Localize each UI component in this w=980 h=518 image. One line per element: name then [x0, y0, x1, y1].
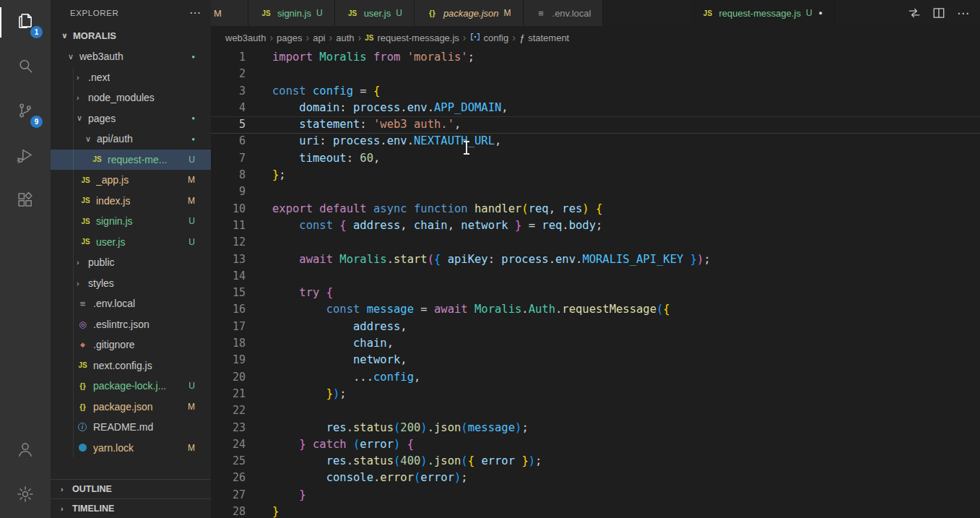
breadcrumb-web3auth[interactable]: web3auth	[225, 33, 266, 43]
explorer-badge: 1	[30, 26, 43, 38]
tree-folder-public[interactable]: ›public	[51, 252, 211, 273]
code-line-10[interactable]: export default async function handler(re…	[272, 201, 711, 217]
breadcrumb-api[interactable]: api	[313, 33, 325, 43]
file-label: user.js	[96, 236, 125, 248]
env-file-icon: ≡	[77, 298, 89, 308]
code-line-21[interactable]: });	[272, 386, 711, 402]
file-label: yarn.lock	[93, 442, 134, 454]
open-changes-icon[interactable]	[908, 7, 921, 20]
tree-folder-styles[interactable]: ›styles	[51, 273, 211, 294]
tab-M[interactable]: M	[211, 0, 248, 26]
breadcrumb-pages[interactable]: pages	[277, 33, 302, 43]
code-line-13[interactable]: await Moralis.start({ apiKey: process.en…	[272, 251, 711, 268]
tree-folder-web3auth[interactable]: ∨web3auth●	[51, 46, 211, 67]
activity-search-button[interactable]	[0, 45, 51, 90]
code-line-2[interactable]	[272, 66, 711, 82]
json-file-icon: {}	[426, 8, 438, 18]
activity-source-control-button[interactable]: 9	[0, 90, 51, 134]
code-line-6[interactable]: uri: process.env.NEXTAUTH_URL,	[272, 133, 711, 150]
code-line-12[interactable]	[272, 234, 711, 251]
tree-file-index.js[interactable]: JSindex.jsM	[51, 191, 211, 212]
tree-root-moralis[interactable]: ∨ MORALIS	[51, 25, 211, 46]
code-line-15[interactable]: try {	[272, 285, 711, 301]
tree-file-.eslintrc.json[interactable]: ◎.eslintrc.json	[51, 314, 211, 335]
code-line-22[interactable]	[272, 402, 711, 419]
tree-folder-.next[interactable]: ›.next	[51, 67, 211, 88]
code-line-5[interactable]: statement: 'web3 auth.',	[272, 116, 711, 133]
code-editor[interactable]: 1234567891011121314151617181920212223242…	[211, 49, 980, 518]
breadcrumb-auth[interactable]: auth	[336, 33, 354, 43]
code-line-18[interactable]: chain,	[272, 335, 711, 352]
breadcrumb-symbol-config[interactable]: config	[470, 32, 509, 44]
line-number: 22	[211, 402, 246, 419]
code-line-16[interactable]: const message = await Moralis.Auth.reque…	[272, 301, 711, 318]
accounts-button[interactable]	[0, 428, 51, 473]
code-line-11[interactable]: const { address, chain, network } = req.…	[272, 217, 711, 234]
tree-file-README.md[interactable]: iREADME.md	[51, 417, 211, 438]
outline-section[interactable]: › OUTLINE	[51, 479, 211, 498]
tab-.env.local[interactable]: ≡.env.local	[524, 0, 604, 26]
more-actions-icon[interactable]: ⋯	[957, 7, 969, 20]
timeline-section[interactable]: › TIMELINE	[51, 498, 211, 518]
tab-label: user.js	[364, 8, 391, 19]
code-line-23[interactable]: res.status(200).json(message);	[272, 420, 711, 436]
file-label: package.json	[93, 401, 153, 413]
tree-file-.env.local[interactable]: ≡.env.local	[51, 293, 211, 314]
breadcrumb-file-label: request-message.js	[377, 33, 459, 43]
code-line-7[interactable]: timeout: 60,	[272, 150, 711, 167]
code-line-26[interactable]: console.error(error);	[272, 470, 711, 486]
tree-file-_app.js[interactable]: JS_app.jsM	[51, 170, 211, 191]
git-status-badge: U	[188, 381, 195, 391]
tab-request-message.js[interactable]: JSrequest-message.jsU●	[690, 0, 835, 26]
breadcrumb-symbol-statement[interactable]: ƒstatement	[519, 33, 569, 43]
activity-extensions-button[interactable]	[0, 179, 51, 224]
chevron-right-icon: ›	[77, 93, 88, 102]
code-line-28[interactable]: }	[272, 504, 711, 518]
file-label: README.md	[93, 421, 153, 433]
tree-file-yarn.lock[interactable]: yarn.lockM	[51, 438, 211, 459]
git-status-badge: M	[188, 443, 195, 453]
tree-file-user.js[interactable]: JSuser.jsU	[51, 232, 211, 253]
code-line-19[interactable]: network,	[272, 352, 711, 368]
code-line-17[interactable]: address,	[272, 319, 711, 335]
git-modified-dot-icon: ●	[191, 136, 195, 142]
git-status-badge: U	[806, 8, 812, 18]
settings-button[interactable]	[0, 473, 51, 518]
tab-signin.js[interactable]: JSsignin.jsU	[248, 0, 335, 26]
symbol-property-icon: ƒ	[519, 33, 524, 43]
code-line-4[interactable]: domain: process.env.APP_DOMAIN,	[272, 100, 711, 116]
activity-run-debug-button[interactable]	[0, 134, 51, 179]
activity-bar: 1 9	[0, 0, 51, 518]
tree-folder-pages[interactable]: ∨pages●	[51, 108, 211, 129]
tree-file-request-me...[interactable]: JSrequest-me...U	[51, 150, 211, 170]
tree-file-.gitignore[interactable]: ◆.gitignore	[51, 334, 211, 355]
tab-user.js[interactable]: JSuser.jsU	[335, 0, 415, 26]
tab-label: signin.js	[277, 8, 311, 19]
activity-explorer-button[interactable]: 1	[0, 0, 51, 45]
tree-folder-api/auth[interactable]: ∨api/auth●	[51, 129, 211, 150]
activity-bar-spacer	[0, 224, 51, 428]
tree-file-signin.js[interactable]: JSsignin.jsU	[51, 211, 211, 232]
explorer-more-actions[interactable]: ⋯	[189, 6, 201, 20]
code-line-1[interactable]: import Moralis from 'moralis';	[272, 49, 711, 66]
split-editor-icon[interactable]	[932, 7, 945, 20]
code-line-9[interactable]	[272, 184, 711, 200]
git-status-badge: M	[188, 175, 195, 185]
tree-file-next.config.js[interactable]: JSnext.config.js	[51, 355, 211, 376]
js-file-icon: JS	[79, 237, 92, 247]
code-line-24[interactable]: } catch (error) {	[272, 436, 711, 453]
tree-file-package.json[interactable]: {}package.jsonM	[51, 397, 211, 418]
chevron-down-icon: ∨	[61, 31, 73, 40]
code-line-3[interactable]: const config = {	[272, 83, 711, 100]
code-line-20[interactable]: ...config,	[272, 369, 711, 386]
breadcrumb-file[interactable]: JSrequest-message.js	[365, 33, 459, 43]
code-line-14[interactable]	[272, 268, 711, 285]
tab-package.json[interactable]: {}package.jsonM	[415, 0, 524, 26]
breadcrumb-separator-icon: ›	[358, 32, 362, 43]
sidebar-header: EXPLORER ⋯	[51, 0, 211, 25]
code-line-25[interactable]: res.status(400).json({ error });	[272, 453, 711, 470]
tree-folder-node_modules[interactable]: ›node_modules	[51, 87, 211, 108]
code-line-27[interactable]: }	[272, 487, 711, 504]
tree-file-package-lock.j...[interactable]: {}package-lock.j...U	[51, 376, 211, 397]
code-line-8[interactable]: };	[272, 167, 711, 184]
